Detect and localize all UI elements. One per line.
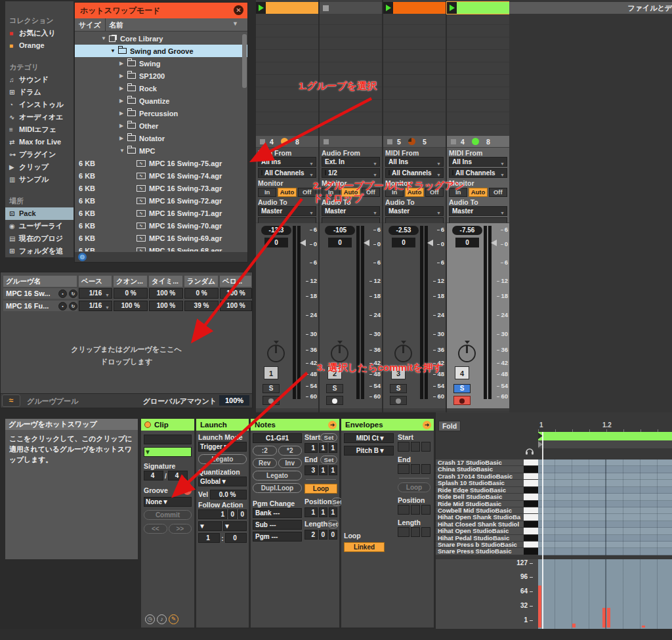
groove-col-0[interactable]: グルーヴ名	[3, 276, 77, 287]
drum-row-label[interactable]: Ride Mid StudioBasic	[436, 501, 524, 507]
sidebar-item-instruments[interactable]: ◔インストゥル	[5, 98, 74, 111]
groove-velocity[interactable]: 100 %	[220, 288, 252, 299]
chevron-down-icon[interactable]: ▼	[232, 20, 238, 27]
groove-refresh-icon[interactable]: ↻	[69, 289, 77, 298]
env-length-16ths[interactable]	[421, 527, 430, 537]
env-end-beats[interactable]	[411, 464, 420, 474]
peak-level[interactable]: -13.3	[261, 226, 291, 235]
clip-slot[interactable]	[383, 2, 446, 14]
sidebar-item-samples[interactable]: ▥サンプル	[5, 173, 74, 186]
track-number[interactable]: 4	[455, 366, 469, 379]
drum-row-label[interactable]: Hihat Open StudioBasic	[436, 528, 524, 534]
clip-name-field[interactable]	[144, 435, 192, 444]
expand-arrow-icon[interactable]: ➜	[328, 421, 337, 429]
groove-random[interactable]: 0 %	[184, 288, 219, 299]
drum-row-label[interactable]: Hihat Closed Shank Studiol	[436, 521, 524, 528]
drum-row-label[interactable]: China StudioBasic	[436, 466, 524, 473]
groove-drop-zone[interactable]: クリップまたはグルーヴをここへ ドロップします	[1, 343, 252, 368]
groove-col-2[interactable]: クオン...	[114, 276, 148, 287]
file-item[interactable]: 6 KB∿MPC 16 Swing-70.agr	[75, 219, 247, 232]
start-2[interactable]: 1	[329, 443, 337, 453]
groove-timing[interactable]: 100 %	[149, 288, 183, 299]
note-range[interactable]: C1-G#1	[253, 433, 302, 443]
sub-bank-select[interactable]: Sub ---	[253, 520, 302, 530]
stop-all-icon[interactable]	[260, 139, 265, 144]
groove-base[interactable]: 1/16▼	[79, 288, 112, 299]
monitor-auto-button[interactable]: Auto	[469, 188, 487, 197]
clip-body[interactable]	[266, 2, 318, 14]
expand-arrow-icon[interactable]: ▶	[119, 85, 127, 91]
groove-quantize[interactable]: 0 %	[114, 288, 148, 299]
follow-time-1[interactable]: 0	[228, 509, 237, 519]
env-length-bars[interactable]	[398, 527, 410, 537]
note-grid-row[interactable]	[538, 521, 672, 528]
commit-button[interactable]: Commit	[144, 510, 192, 520]
file-item[interactable]: 6 KB∿MPC 16 Swing-68.agr	[75, 244, 247, 251]
drum-row-label[interactable]: Cowbell Mid StudioBasic	[436, 507, 524, 514]
notes-box-header[interactable]: Notes ➜	[251, 419, 339, 431]
note-grid-row[interactable]	[538, 480, 672, 486]
env-end-16ths[interactable]	[421, 464, 430, 474]
note-grid-row[interactable]	[538, 466, 672, 473]
stop-all-icon[interactable]	[387, 139, 392, 144]
tree-folder-item[interactable]: ▼Core Library	[75, 32, 247, 45]
collapse-arrow-icon[interactable]: ▼	[110, 48, 118, 54]
output-select[interactable]: Master▼	[322, 206, 380, 216]
note-grid-row[interactable]	[538, 494, 672, 500]
envelope-param-select[interactable]: Pitch B▼	[344, 446, 394, 456]
monitor-auto-button[interactable]: Auto	[278, 188, 296, 197]
end-0[interactable]: 3	[304, 465, 318, 475]
start-set-button[interactable]: Set	[320, 433, 337, 442]
groove-select[interactable]: None▼	[144, 497, 192, 507]
sidebar-item-orange[interactable]: ■Orange	[5, 39, 74, 52]
pan-knob[interactable]	[331, 345, 348, 362]
sidebar-item-user-library[interactable]: ◉ユーザーライ	[5, 220, 74, 232]
input-type-select[interactable]: All Ins▼	[258, 157, 316, 167]
invert-button[interactable]: Inv	[278, 458, 303, 468]
tree-folder-item[interactable]: ▶Rock	[75, 82, 247, 95]
arm-button[interactable]	[453, 396, 471, 405]
file-item[interactable]: 6 KB∿MPC 16 Swing-72.agr	[75, 194, 247, 207]
note-grid-row[interactable]	[538, 501, 672, 507]
groove-pool-icon[interactable]: ≈	[2, 395, 20, 407]
clip-body[interactable]	[393, 2, 446, 14]
piano-key[interactable]	[524, 480, 538, 486]
volume-fader-handle[interactable]	[364, 240, 369, 246]
velocity-bar[interactable]	[538, 586, 541, 628]
env-start-beats[interactable]	[411, 442, 420, 452]
launch-mode-select[interactable]: Trigger▼	[198, 442, 247, 452]
end-2[interactable]: 1	[329, 465, 337, 475]
preview-headphone-icon[interactable]	[524, 446, 535, 456]
piano-key[interactable]	[524, 514, 538, 521]
input-type-select[interactable]: All Ins▼	[385, 157, 444, 167]
env-start-bars[interactable]	[398, 442, 410, 452]
tree-folder-item[interactable]: ▼Swing and Groove	[75, 45, 247, 57]
fold-button[interactable]: Fold	[438, 421, 461, 431]
piano-key[interactable]	[524, 521, 538, 528]
piano-key[interactable]	[524, 494, 538, 500]
note-grid-row[interactable]	[538, 487, 672, 494]
sidebar-item-sounds[interactable]: ♫サウンド	[5, 74, 74, 86]
clip-slot[interactable]	[256, 2, 318, 14]
peak-level[interactable]: -2.53	[388, 226, 419, 235]
file-item[interactable]: 6 KB∿MPC 16 Swing-74.agr	[75, 169, 247, 182]
reverse-button[interactable]: Rev	[253, 458, 277, 468]
env-length-beats[interactable]	[411, 527, 420, 537]
groove-hotswap-icon[interactable]: ✕	[183, 486, 192, 495]
velocity-lane[interactable]	[538, 559, 672, 629]
groove-col-1[interactable]: ベース	[79, 276, 112, 287]
pan-value[interactable]: 0	[264, 238, 288, 247]
pan-knob[interactable]	[394, 345, 412, 362]
expand-arrow-icon[interactable]: ▶	[119, 98, 127, 104]
groove-refresh-icon[interactable]: ↻	[69, 302, 77, 310]
note-grid[interactable]	[538, 459, 672, 555]
volume-fader-handle[interactable]	[491, 240, 497, 246]
drum-row-label[interactable]: Hihat Open Shank StudioBa	[436, 514, 524, 521]
env-start-16ths[interactable]	[421, 442, 430, 452]
follow-action-a-select[interactable]: ▼	[198, 521, 222, 531]
stop-all-icon[interactable]	[324, 139, 329, 144]
clip-play-icon[interactable]	[383, 2, 393, 14]
close-icon[interactable]: ✕	[234, 5, 243, 15]
peak-level[interactable]: -7.56	[452, 226, 482, 235]
follow-chance-a[interactable]: 1	[198, 533, 220, 543]
